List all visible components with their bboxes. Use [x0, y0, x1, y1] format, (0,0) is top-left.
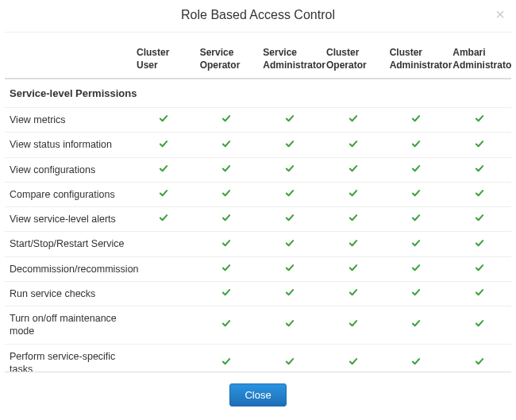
grant-cell — [448, 108, 511, 133]
grant-cell — [132, 108, 195, 133]
close-button[interactable]: Close — [229, 383, 286, 407]
table-row: Decommission/recommission — [5, 256, 511, 281]
permissions-table: Cluster User Service Operator Service Ad… — [5, 40, 511, 372]
grant-cell — [385, 207, 449, 232]
grant-cell — [385, 133, 449, 157]
grant-cell — [195, 306, 259, 345]
check-icon — [158, 189, 169, 198]
section-header: Service-level Permissions — [5, 79, 511, 108]
column-header: Service Administrator — [258, 40, 322, 79]
check-icon — [348, 239, 359, 248]
modal-title: Role Based Access Control — [12, 8, 504, 22]
permission-name: View metrics — [5, 108, 132, 133]
grant-cell — [322, 256, 385, 281]
close-icon[interactable]: × — [495, 6, 505, 22]
check-icon — [158, 114, 169, 123]
grant-cell — [132, 207, 195, 232]
check-icon — [284, 264, 295, 272]
grant-cell — [448, 344, 511, 372]
check-icon — [474, 114, 485, 123]
permission-name: Start/Stop/Restart Service — [5, 232, 132, 256]
check-icon — [474, 357, 485, 366]
check-icon — [348, 319, 359, 328]
permission-name: Decommission/recommission — [5, 256, 132, 281]
grant-cell — [448, 232, 511, 256]
column-header: Ambari Administrator — [448, 40, 511, 79]
check-icon — [474, 264, 485, 272]
grant-cell — [322, 182, 385, 206]
grant-cell — [132, 344, 195, 372]
permission-name: Compare configurations — [5, 182, 132, 206]
grant-cell — [258, 232, 322, 256]
grant-cell — [258, 281, 322, 306]
grant-cell — [195, 207, 259, 232]
grant-cell — [322, 207, 385, 232]
grant-cell — [258, 256, 322, 281]
table-row: View service-level alerts — [5, 207, 511, 232]
permission-name: Perform service-specific tasks — [5, 344, 132, 372]
grant-cell — [385, 232, 449, 256]
grant-cell — [448, 157, 511, 182]
grant-cell — [195, 108, 259, 133]
table-row: View status information — [5, 133, 511, 157]
grant-cell — [132, 157, 195, 182]
check-icon — [158, 140, 169, 148]
check-icon — [284, 357, 295, 366]
grant-cell — [322, 157, 385, 182]
grant-cell — [385, 281, 449, 306]
check-icon — [158, 164, 169, 173]
grant-cell — [322, 306, 385, 345]
check-icon — [410, 288, 422, 297]
grant-cell — [385, 157, 449, 182]
check-icon — [221, 319, 232, 328]
check-icon — [221, 214, 232, 222]
grant-cell — [258, 108, 322, 133]
permissions-table-scroll[interactable]: Cluster User Service Operator Service Ad… — [5, 40, 511, 372]
check-icon — [348, 140, 359, 148]
check-icon — [474, 189, 485, 198]
table-row: View configurations — [5, 157, 511, 182]
grant-cell — [322, 108, 385, 133]
grant-cell — [448, 281, 511, 306]
grant-cell — [322, 133, 385, 157]
grant-cell — [132, 256, 195, 281]
check-icon — [410, 164, 422, 173]
grant-cell — [258, 133, 322, 157]
check-icon — [284, 288, 295, 297]
grant-cell — [132, 306, 195, 345]
table-row: View metrics — [5, 108, 511, 133]
check-icon — [221, 164, 232, 173]
column-header-blank — [5, 40, 132, 79]
grant-cell — [132, 133, 195, 157]
permission-name: Run service checks — [5, 281, 132, 306]
grant-cell — [258, 344, 322, 372]
check-icon — [410, 357, 422, 366]
grant-cell — [385, 182, 449, 206]
grant-cell — [385, 108, 449, 133]
grant-cell — [195, 133, 259, 157]
grant-cell — [385, 306, 449, 345]
permission-name: View service-level alerts — [5, 207, 132, 232]
check-icon — [348, 264, 359, 272]
grant-cell — [195, 182, 259, 206]
permission-name: View status information — [5, 133, 132, 157]
permission-name: Turn on/off maintenance mode — [5, 306, 132, 345]
check-icon — [348, 357, 359, 366]
grant-cell — [195, 344, 259, 372]
check-icon — [221, 189, 232, 198]
grant-cell — [195, 157, 259, 182]
check-icon — [410, 214, 422, 222]
grant-cell — [132, 182, 195, 206]
check-icon — [348, 288, 359, 297]
grant-cell — [258, 182, 322, 206]
check-icon — [348, 189, 359, 198]
grant-cell — [132, 281, 195, 306]
grant-cell — [258, 306, 322, 345]
grant-cell — [322, 232, 385, 256]
grant-cell — [195, 256, 259, 281]
grant-cell — [195, 232, 259, 256]
check-icon — [410, 239, 422, 248]
check-icon — [284, 214, 295, 222]
permission-name: View configurations — [5, 157, 132, 182]
check-icon — [284, 164, 295, 173]
